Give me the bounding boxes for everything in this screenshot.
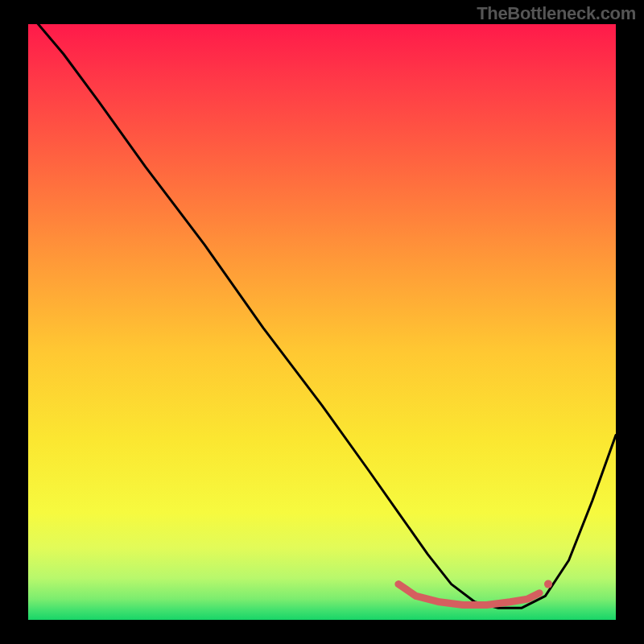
bottleneck-curve: [28, 24, 616, 608]
optimal-range-marker: [398, 584, 539, 605]
curve-layer: [28, 24, 616, 620]
optimal-range-end-dot: [544, 580, 552, 588]
watermark-text: TheBottleneck.com: [477, 3, 636, 24]
plot-area: [28, 24, 616, 620]
chart-container: TheBottleneck.com: [0, 0, 644, 644]
